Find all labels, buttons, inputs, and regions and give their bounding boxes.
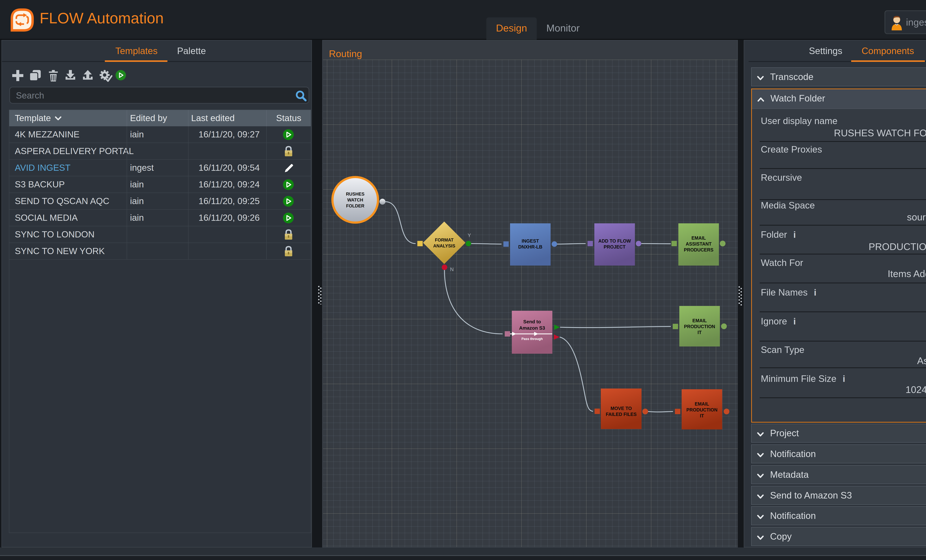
svg-text:EMAIL: EMAIL <box>691 235 706 241</box>
svg-text:PRODUCTION: PRODUCTION <box>684 324 715 329</box>
svg-text:FAILED FILES: FAILED FILES <box>606 412 637 417</box>
svg-text:PROJECT: PROJECT <box>604 244 626 250</box>
svg-text:PRODUCERS: PRODUCERS <box>684 247 714 253</box>
svg-text:WATCH: WATCH <box>347 197 363 203</box>
svg-text:ADD TO FLOW: ADD TO FLOW <box>598 238 631 244</box>
svg-text:N: N <box>450 267 454 272</box>
svg-text:EMAIL: EMAIL <box>693 318 707 323</box>
svg-text:FOLDER: FOLDER <box>346 203 365 208</box>
svg-text:IT: IT <box>698 330 702 335</box>
svg-text:DNXHR-LB: DNXHR-LB <box>518 244 542 250</box>
svg-text:ANALYSIS: ANALYSIS <box>433 243 455 248</box>
svg-text:Send to: Send to <box>523 319 541 324</box>
svg-text:MOVE TO: MOVE TO <box>611 406 632 411</box>
svg-text:Pass through: Pass through <box>521 337 543 341</box>
svg-text:Amazon S3: Amazon S3 <box>519 325 545 331</box>
svg-text:EMAIL: EMAIL <box>694 401 709 407</box>
svg-text:Y: Y <box>468 233 471 238</box>
svg-text:IT: IT <box>700 413 704 418</box>
svg-text:PRODUCTION: PRODUCTION <box>686 407 717 412</box>
svg-text:ASSISTANT: ASSISTANT <box>685 241 711 247</box>
svg-text:INGEST: INGEST <box>522 238 539 244</box>
svg-text:RUSHES: RUSHES <box>346 191 365 197</box>
svg-text:FORMAT: FORMAT <box>435 238 454 242</box>
